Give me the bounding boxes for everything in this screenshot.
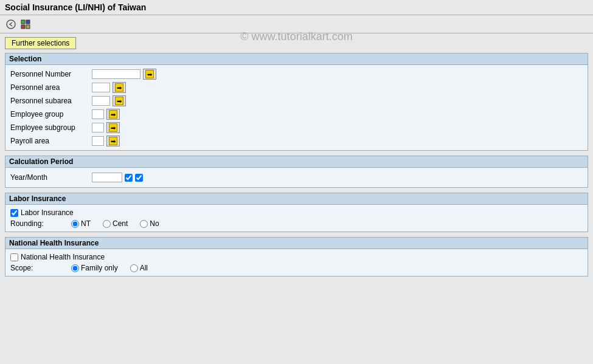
labor-insurance-checkbox-row: Labor Insurance — [10, 207, 583, 218]
nhi-checkbox[interactable] — [10, 253, 18, 261]
labor-insurance-checkbox[interactable] — [10, 209, 18, 217]
national-health-insurance-section: National Health Insurance National Healt… — [5, 237, 588, 276]
labor-insurance-header: Labor Insurance — [5, 193, 588, 205]
back-icon[interactable] — [5, 18, 17, 30]
calculation-period-section: Calculation Period Year/Month — [5, 156, 588, 188]
scope-family-label: Family only — [81, 264, 118, 272]
grid-icon[interactable] — [19, 18, 32, 30]
employee-subgroup-label: Employee subgroup — [10, 123, 89, 132]
personnel-area-row: Personnel area ➡ — [10, 81, 583, 94]
personnel-area-input[interactable] — [92, 83, 110, 92]
year-month-label: Year/Month — [10, 173, 89, 182]
scope-label: Scope: — [10, 264, 59, 272]
personnel-area-label: Personnel area — [10, 83, 89, 92]
personnel-subarea-input[interactable] — [92, 96, 110, 106]
rounding-nt-option[interactable]: NT — [71, 219, 91, 228]
labor-insurance-section: Labor Insurance Labor Insurance Rounding… — [5, 193, 588, 232]
employee-subgroup-input[interactable] — [92, 123, 104, 132]
calculation-period-header: Calculation Period — [5, 156, 588, 168]
personnel-number-input[interactable] — [92, 69, 140, 79]
nhi-checkbox-row: National Health Insurance — [10, 252, 583, 263]
year-month-row: Year/Month — [10, 170, 583, 185]
scope-row: Scope: Family only All — [10, 263, 583, 273]
personnel-area-arrow-btn[interactable]: ➡ — [113, 82, 126, 93]
scope-family-option[interactable]: Family only — [71, 264, 118, 272]
rounding-no-label: No — [150, 219, 159, 228]
personnel-number-label: Personnel Number — [10, 70, 89, 78]
scope-all-option[interactable]: All — [130, 264, 148, 272]
svg-rect-2 — [26, 20, 30, 24]
year-month-input[interactable] — [92, 173, 122, 182]
year-month-checkbox2[interactable] — [135, 174, 143, 182]
labor-insurance-checkbox-label: Labor Insurance — [21, 208, 74, 217]
year-month-checkbox1[interactable] — [125, 174, 133, 182]
rounding-cent-option[interactable]: Cent — [103, 219, 128, 228]
further-selections-button[interactable]: Further selections — [5, 37, 76, 49]
personnel-number-row: Personnel Number ➡ — [10, 67, 583, 81]
scope-family-radio[interactable] — [71, 264, 79, 272]
employee-group-arrow-btn[interactable]: ➡ — [106, 109, 120, 120]
rounding-no-option[interactable]: No — [140, 219, 159, 228]
selection-header: Selection — [5, 53, 588, 65]
svg-rect-1 — [21, 20, 25, 24]
payroll-area-label: Payroll area — [10, 137, 89, 145]
nhi-checkbox-label: National Health Insurance — [21, 253, 105, 261]
rounding-no-radio[interactable] — [140, 220, 148, 228]
scope-all-label: All — [140, 264, 148, 272]
rounding-cent-radio[interactable] — [103, 220, 111, 228]
page-title: Social Insurance (LI/NHI) of Taiwan — [5, 2, 146, 12]
rounding-row: Rounding: NT Cent No — [10, 218, 583, 229]
selection-section: Selection Personnel Number ➡ Personnel a… — [5, 53, 588, 151]
payroll-area-input[interactable] — [92, 136, 104, 146]
national-health-insurance-header: National Health Insurance — [5, 238, 588, 249]
personnel-subarea-row: Personnel subarea ➡ — [10, 94, 583, 108]
employee-subgroup-row: Employee subgroup ➡ — [10, 121, 583, 134]
svg-point-0 — [7, 20, 15, 29]
rounding-label: Rounding: — [10, 219, 59, 228]
personnel-subarea-label: Personnel subarea — [10, 97, 89, 105]
rounding-nt-label: NT — [81, 219, 91, 228]
title-bar: Social Insurance (LI/NHI) of Taiwan — [0, 0, 593, 15]
personnel-subarea-arrow-btn[interactable]: ➡ — [113, 95, 126, 106]
payroll-area-row: Payroll area ➡ — [10, 134, 583, 148]
rounding-nt-radio[interactable] — [71, 220, 79, 228]
toolbar: © www.tutorialkart.com — [0, 15, 593, 33]
personnel-number-arrow-btn[interactable]: ➡ — [143, 69, 156, 80]
svg-rect-3 — [21, 25, 25, 29]
employee-group-row: Employee group ➡ — [10, 108, 583, 121]
employee-subgroup-arrow-btn[interactable]: ➡ — [106, 122, 120, 133]
employee-group-input[interactable] — [92, 109, 104, 119]
scope-all-radio[interactable] — [130, 264, 138, 272]
svg-rect-4 — [26, 25, 30, 29]
rounding-cent-label: Cent — [113, 219, 128, 228]
employee-group-label: Employee group — [10, 110, 89, 118]
payroll-area-arrow-btn[interactable]: ➡ — [106, 136, 120, 146]
